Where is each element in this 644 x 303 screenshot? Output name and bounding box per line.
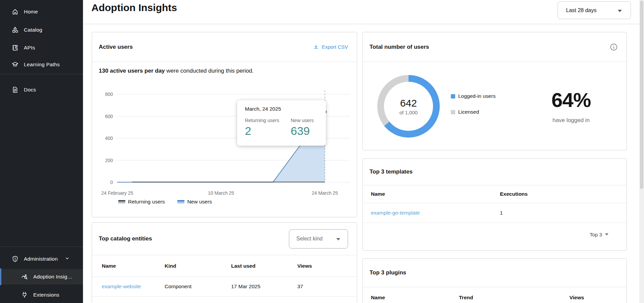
card-title: Total number of users bbox=[370, 44, 429, 50]
sidebar-item-administration[interactable]: Administration bbox=[0, 252, 83, 266]
template-link[interactable]: example-go-template bbox=[371, 210, 420, 216]
sidebar: Home Catalog APIs Learning Paths Docs bbox=[0, 0, 83, 303]
page-title: Adoption Insights bbox=[91, 2, 177, 13]
column-header-name: Name bbox=[371, 191, 500, 197]
legend-new-users: New users bbox=[177, 199, 212, 205]
select-kind-dropdown[interactable]: Select kind bbox=[289, 229, 348, 249]
sidebar-item-docs[interactable]: Docs bbox=[0, 83, 83, 97]
svg-text:0: 0 bbox=[110, 180, 113, 185]
caret-down-icon bbox=[605, 233, 608, 235]
sidebar-item-label: Home bbox=[24, 9, 38, 15]
top-catalog-entities-card: Top catalog entities Select kind Name Ki… bbox=[92, 222, 357, 303]
tooltip-new-users: New users 639 bbox=[291, 118, 314, 138]
entity-link[interactable]: example-website bbox=[102, 283, 141, 289]
header-divider bbox=[83, 24, 639, 24]
table-header-row: Name Executions bbox=[363, 185, 627, 203]
sidebar-item-extensions[interactable]: Extensions bbox=[0, 288, 83, 302]
legend-licensed: Licensed bbox=[451, 109, 496, 115]
card-title: Top 3 plugins bbox=[370, 269, 406, 276]
svg-text:200: 200 bbox=[105, 158, 113, 163]
column-header-trend: Trend bbox=[459, 295, 569, 301]
donut-subvalue: of 1,000 bbox=[399, 110, 418, 115]
period-select-value: Last 28 days bbox=[566, 7, 597, 13]
sidebar-divider bbox=[0, 247, 83, 247]
sidebar-item-label: Catalog bbox=[24, 27, 42, 33]
select-kind-placeholder: Select kind bbox=[296, 236, 323, 242]
chart-legend: Returning users New users bbox=[118, 199, 212, 205]
top-plugins-card: Top 3 plugins Name Trend Views bbox=[362, 258, 627, 303]
column-header-views: Views bbox=[569, 295, 584, 301]
caret-down-icon bbox=[618, 10, 622, 12]
column-header-last-used: Last used bbox=[231, 263, 297, 269]
last-used-value: 17 Mar 2025 bbox=[231, 283, 297, 290]
legend-swatch bbox=[177, 200, 184, 203]
export-csv-button[interactable]: Export CSV bbox=[313, 44, 348, 50]
executions-value: 1 bbox=[500, 210, 503, 216]
logged-in-donut-chart: 642 of 1,000 bbox=[377, 75, 440, 138]
sidebar-item-apis[interactable]: APIs bbox=[0, 41, 83, 54]
catalog-icon bbox=[11, 26, 19, 34]
views-value: 37 bbox=[297, 283, 303, 290]
sidebar-item-learning-paths[interactable]: Learning Paths bbox=[0, 58, 83, 71]
adoption-insights-icon bbox=[20, 273, 29, 281]
sidebar-item-label: Learning Paths bbox=[24, 62, 60, 68]
period-select[interactable]: Last 28 days bbox=[558, 1, 631, 19]
card-title: Active users bbox=[99, 44, 133, 50]
active-users-card: Active users Export CSV 130 active users… bbox=[92, 32, 357, 217]
donut-value: 642 bbox=[400, 98, 417, 109]
sidebar-item-label: APIs bbox=[24, 45, 35, 51]
column-header-views: Views bbox=[297, 263, 312, 269]
chart-tooltip: March, 24 2025 Returning users 2 New use… bbox=[237, 100, 326, 146]
table-header-row: Name Trend Views bbox=[363, 287, 627, 303]
adoption-insights-page: Home Catalog APIs Learning Paths Docs bbox=[0, 0, 644, 303]
svg-text:400: 400 bbox=[105, 136, 113, 141]
legend-swatch bbox=[451, 110, 455, 114]
sidebar-item-label: Docs bbox=[24, 87, 36, 93]
percent-block: 64% have logged in bbox=[534, 88, 608, 124]
svg-text:24 March 25: 24 March 25 bbox=[312, 190, 338, 196]
learning-paths-icon bbox=[11, 61, 19, 69]
docs-icon bbox=[11, 86, 19, 94]
table-header-row: Name Kind Last used Views bbox=[92, 255, 357, 277]
svg-text:600: 600 bbox=[105, 114, 113, 119]
column-header-name: Name bbox=[371, 295, 459, 301]
sidebar-divider bbox=[0, 74, 83, 74]
legend-returning-users: Returning users bbox=[118, 199, 165, 205]
extensions-plug-icon bbox=[20, 291, 29, 299]
scrollbar-track[interactable] bbox=[639, 0, 644, 303]
column-header-executions: Executions bbox=[500, 191, 528, 197]
top-templates-card: Top 3 templates Name Executions example-… bbox=[362, 158, 627, 251]
percent-caption: have logged in bbox=[534, 117, 608, 124]
legend-logged-in-users: Logged-in users bbox=[451, 93, 496, 99]
table-row: example-website Component 17 Mar 2025 37 bbox=[92, 277, 357, 297]
percent-value: 64% bbox=[534, 88, 608, 112]
sidebar-item-home[interactable]: Home bbox=[0, 5, 83, 18]
total-users-card: Total number of users 642 of 1,000 Logge… bbox=[362, 32, 627, 150]
column-header-kind: Kind bbox=[165, 263, 231, 269]
sidebar-item-catalog[interactable]: Catalog bbox=[0, 23, 83, 37]
pagination-top3-select[interactable]: Top 3 bbox=[363, 223, 627, 246]
info-icon[interactable] bbox=[610, 43, 618, 51]
table-row: example-go-template 1 bbox=[363, 203, 627, 223]
svg-text:10 March 25: 10 March 25 bbox=[208, 190, 234, 196]
svg-text:800: 800 bbox=[105, 91, 113, 97]
column-header-name: Name bbox=[102, 263, 165, 269]
legend-swatch bbox=[451, 94, 455, 99]
donut-legend: Logged-in users Licensed bbox=[451, 93, 496, 125]
tooltip-returning-users: Returning users 2 bbox=[245, 118, 279, 138]
sidebar-item-adoption-insights[interactable]: Adoption Insights bbox=[0, 269, 83, 285]
tooltip-date: March, 24 2025 bbox=[245, 106, 326, 112]
scrollbar-thumb[interactable] bbox=[640, 1, 643, 189]
apis-icon bbox=[11, 44, 19, 52]
card-title: Top catalog entities bbox=[99, 235, 152, 242]
home-icon bbox=[11, 8, 19, 16]
administration-shield-icon bbox=[11, 255, 19, 263]
svg-text:24 February 25: 24 February 25 bbox=[101, 190, 133, 196]
legend-swatch bbox=[118, 200, 125, 203]
download-icon bbox=[313, 44, 319, 50]
sidebar-item-label: Extensions bbox=[33, 292, 59, 298]
kind-value: Component bbox=[165, 283, 231, 290]
card-title: Top 3 templates bbox=[370, 168, 413, 175]
chevron-down-icon bbox=[64, 255, 70, 263]
caret-down-icon bbox=[336, 238, 340, 240]
